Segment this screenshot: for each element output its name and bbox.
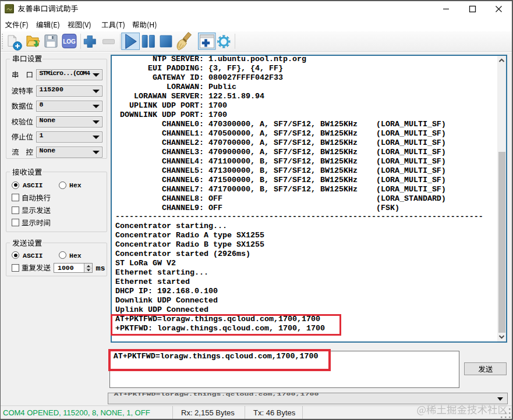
svg-text:LOG: LOG [63, 38, 76, 45]
